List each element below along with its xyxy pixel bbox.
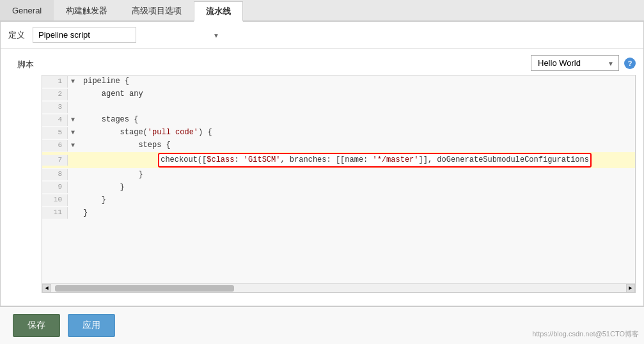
code-line-empty-1: [42, 219, 635, 232]
code-lines: 1 ▼ pipeline { 2 agent any 3: [42, 75, 635, 283]
horizontal-scrollbar[interactable]: ◀ ▶: [42, 283, 635, 292]
definition-label: 定义: [8, 29, 25, 41]
code-editor[interactable]: 1 ▼ pipeline { 2 agent any 3: [42, 75, 636, 293]
code-line-8: 8 }: [42, 168, 635, 181]
watermark: https://blog.csdn.net@51CTO博客: [532, 329, 639, 339]
definition-select-wrapper: Pipeline script Pipeline script from SCM: [33, 27, 224, 43]
tab-build-triggers[interactable]: 构建触发器: [54, 0, 120, 20]
template-select[interactable]: Hello World Scripted Pipeline: [531, 55, 619, 71]
scroll-right-arrow[interactable]: ▶: [626, 284, 635, 292]
code-line-3: 3: [42, 101, 635, 114]
script-area: Hello World Scripted Pipeline ? 1 ▼ pipe…: [42, 55, 636, 293]
script-section: 脚本 Hello World Scripted Pipeline ? 1: [1, 49, 643, 299]
code-line-5: 5 ▼ stage('pull code') {: [42, 127, 635, 139]
scroll-thumb[interactable]: [55, 285, 234, 292]
code-line-empty-4: [42, 258, 635, 270]
code-line-9: 9 }: [42, 181, 635, 194]
help-icon[interactable]: ?: [624, 58, 636, 69]
definition-select[interactable]: Pipeline script Pipeline script from SCM: [33, 27, 136, 43]
apply-button[interactable]: 应用: [68, 314, 115, 337]
code-line-1: 1 ▼ pipeline {: [42, 75, 635, 88]
code-line-6: 6 ▼ steps {: [42, 139, 635, 152]
code-line-7: 7 checkout([$class: 'GitSCM', branches: …: [42, 152, 635, 168]
script-label: 脚本: [8, 55, 34, 70]
save-button[interactable]: 保存: [13, 314, 60, 337]
main-content: 定义 Pipeline script Pipeline script from …: [0, 22, 644, 344]
template-select-wrapper: Hello World Scripted Pipeline: [531, 55, 619, 71]
code-line-empty-3: [42, 245, 635, 258]
script-top-bar: Hello World Scripted Pipeline ?: [42, 55, 636, 71]
tab-advanced-options[interactable]: 高级项目选项: [120, 0, 194, 20]
tabs-bar: General 构建触发器 高级项目选项 流水线: [0, 0, 644, 22]
code-line-4: 4 ▼ stages {: [42, 114, 635, 127]
scroll-left-arrow[interactable]: ◀: [42, 284, 51, 292]
tab-general[interactable]: General: [0, 0, 54, 20]
code-line-10: 10 }: [42, 194, 635, 207]
code-line-11: 11 }: [42, 207, 635, 219]
code-line-empty-5: [42, 270, 635, 283]
tab-pipeline[interactable]: 流水线: [194, 1, 243, 22]
code-line-empty-2: [42, 232, 635, 245]
code-line-2: 2 agent any: [42, 88, 635, 101]
definition-row: 定义 Pipeline script Pipeline script from …: [1, 22, 643, 49]
